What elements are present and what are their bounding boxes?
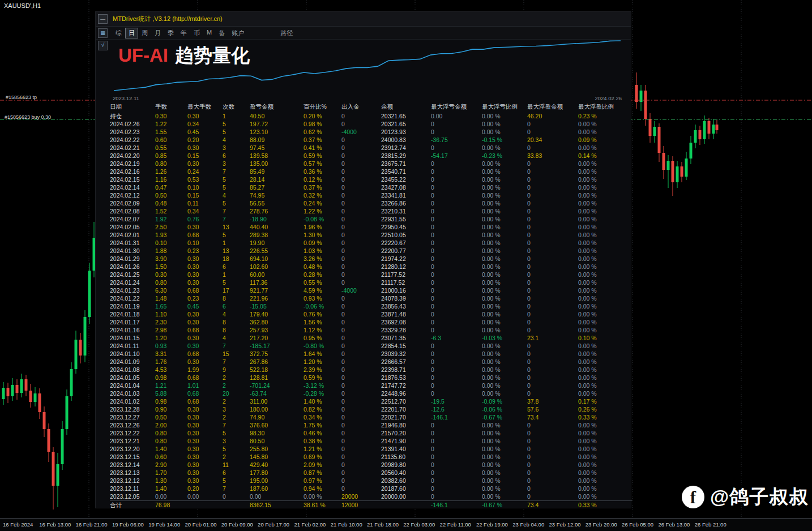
column-header: 最大手数 <box>187 101 223 112</box>
table-cell: 0 <box>431 310 482 318</box>
table-cell: 0 <box>431 263 482 271</box>
table-cell: -0.15 % <box>482 136 527 144</box>
column-header: 余额 <box>381 101 431 112</box>
table-cell: 376.60 <box>250 421 304 429</box>
table-row: 2024.02.081.520.347278.761.22 %023210.31… <box>110 207 632 215</box>
menu-item-path[interactable]: 路径 <box>280 29 293 37</box>
menu-item-6[interactable]: 币 <box>190 28 203 38</box>
table-cell: 0.68 <box>187 286 223 294</box>
table-cell: 0 <box>341 271 381 279</box>
table-cell: 255.80 <box>250 445 304 453</box>
table-cell: 0.38 % <box>304 437 341 445</box>
table-row: 2024.01.172.300.308362.801.56 %023692.08… <box>110 318 632 326</box>
table-cell: 23427.08 <box>381 183 431 191</box>
table-cell: 20187.60 <box>381 485 431 493</box>
table-cell: 0.00 % <box>578 485 632 493</box>
table-cell: 22950.45 <box>381 223 431 231</box>
check-toggle-icon[interactable]: √ <box>98 41 108 50</box>
table-cell: -146.1 <box>431 413 482 421</box>
table-cell: 5.88 <box>155 389 187 397</box>
table-cell: 2.09 % <box>304 461 341 469</box>
table-cell: 3 <box>223 437 250 445</box>
table-cell: 1.52 <box>155 207 187 215</box>
table-cell: 5 <box>223 279 250 286</box>
table-cell: 0.00 % <box>578 342 632 350</box>
watermark-handle: @鸽子叔叔 <box>710 484 809 510</box>
table-cell: 0 <box>431 231 482 239</box>
table-cell: 0 <box>341 160 381 168</box>
brand-cn-label: 趋势量化 <box>175 45 250 66</box>
table-cell: 0.00 % <box>482 469 527 477</box>
table-cell: 0 <box>341 366 381 374</box>
table-cell: 9 <box>223 366 250 374</box>
table-cell: 0 <box>527 326 578 334</box>
table-cell: 0 <box>431 421 482 429</box>
table-cell: 7 <box>223 421 250 429</box>
menu-item-0[interactable]: 综 <box>112 28 125 38</box>
table-cell: 23856.43 <box>381 302 431 310</box>
table-cell: 1.88 <box>155 247 187 255</box>
table-cell: 1.50 <box>155 263 187 271</box>
table-row: 2024.02.210.550.30397.450.41 %023912.740… <box>110 144 632 152</box>
menu-item-9[interactable]: 账户 <box>228 28 247 38</box>
minimize-button[interactable]: — <box>98 14 108 24</box>
table-cell: 0.48 % <box>304 263 341 271</box>
table-cell: 0.30 <box>187 453 223 461</box>
table-cell: 20123.93 <box>381 128 431 136</box>
table-cell: 22200.77 <box>381 247 431 255</box>
table-cell: 22201.70 <box>381 405 431 413</box>
table-cell: 0.00 % <box>482 263 527 271</box>
table-cell: 0.09 % <box>304 239 341 247</box>
menu-item-4[interactable]: 季 <box>164 28 177 38</box>
table-cell: 0.80 <box>155 279 187 286</box>
table-cell: 0.00 % <box>482 294 527 302</box>
table-cell: 4 <box>223 191 250 199</box>
table-cell: 0.37 % <box>304 183 341 191</box>
table-cell: 40.50 <box>250 112 304 120</box>
table-cell: 0 <box>527 469 578 477</box>
table-cell: 0 <box>431 389 482 397</box>
chart-end-date: 2024.02.26 <box>595 95 622 101</box>
table-cell: 21946.80 <box>381 421 431 429</box>
table-cell: 0 <box>527 183 578 191</box>
time-axis-label: 20 Feb 01:00 <box>185 521 217 528</box>
table-cell: 23815.29 <box>381 152 431 160</box>
table-row: 2023.12.121.300.305195.000.97 %020382.60… <box>110 477 632 485</box>
table-cell: -0.03 % <box>482 334 527 342</box>
table-cell: 2.98 <box>155 326 187 334</box>
table-cell: 23071.35 <box>381 334 431 342</box>
table-row: 2024.02.261.220.345197.720.98 %020321.65… <box>110 120 632 128</box>
table-cell: 2023.12.26 <box>110 421 155 429</box>
table-cell: 0.15 <box>187 191 223 199</box>
table-row: 2024.02.011.930.685289.381.30 %022510.05… <box>110 231 632 239</box>
menu-item-2[interactable]: 周 <box>138 28 151 38</box>
menu-item-3[interactable]: 月 <box>151 28 164 38</box>
menu-item-1[interactable]: 日 <box>125 28 138 38</box>
column-header: 日期 <box>110 101 155 112</box>
time-axis-label: 26 Feb 21:00 <box>695 521 726 528</box>
menu-item-8[interactable]: 备 <box>215 28 228 38</box>
table-cell: 28.14 <box>250 175 304 183</box>
table-cell: 6.30 <box>155 286 187 294</box>
table-cell: 0 <box>527 389 578 397</box>
table-row: 2024.02.231.550.455123.100.62 %-40002012… <box>110 128 632 136</box>
table-cell: 7 <box>223 215 250 223</box>
table-cell: 0 <box>341 168 381 175</box>
table-cell: -18.90 <box>250 215 304 223</box>
menu-item-7[interactable]: M <box>203 28 215 38</box>
table-cell: 0.30 <box>187 334 223 342</box>
column-header: 最大浮亏金额 <box>431 101 482 112</box>
table-cell: 21974.22 <box>381 255 431 263</box>
table-cell: 0.00 % <box>578 279 632 286</box>
table-cell: 0 <box>527 453 578 461</box>
chart-mode-icon[interactable]: ▦ <box>98 28 108 38</box>
panel-titlebar[interactable]: — MTDriver统计 ,V3.12 (http://mtdriver.cn) <box>96 12 631 27</box>
menu-item-5[interactable]: 年 <box>177 28 190 38</box>
table-cell: 0.00 % <box>578 374 632 382</box>
table-cell: 0 <box>527 199 578 207</box>
table-cell: 0 <box>341 429 381 437</box>
table-cell: 0.32 % <box>304 191 341 199</box>
table-row: 2024.02.190.800.303135.000.57 %023675.71… <box>110 160 632 168</box>
table-cell: 0.00 % <box>578 175 632 183</box>
table-cell: 0.00 % <box>578 160 632 168</box>
